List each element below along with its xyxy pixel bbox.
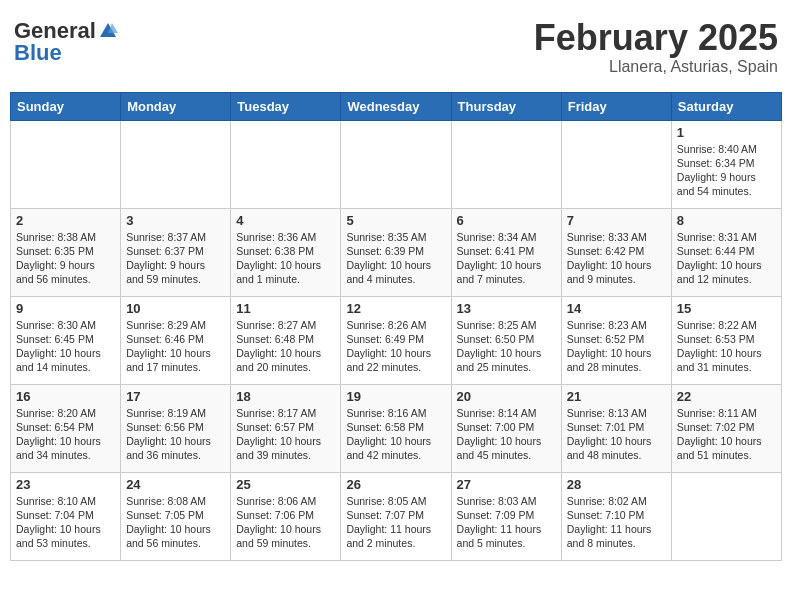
day-cell	[451, 120, 561, 208]
day-cell: 21Sunrise: 8:13 AM Sunset: 7:01 PM Dayli…	[561, 384, 671, 472]
day-cell	[671, 472, 781, 560]
day-cell	[11, 120, 121, 208]
day-cell: 2Sunrise: 8:38 AM Sunset: 6:35 PM Daylig…	[11, 208, 121, 296]
day-cell: 26Sunrise: 8:05 AM Sunset: 7:07 PM Dayli…	[341, 472, 451, 560]
day-number: 17	[126, 389, 225, 404]
day-info: Sunrise: 8:17 AM Sunset: 6:57 PM Dayligh…	[236, 406, 335, 463]
day-number: 3	[126, 213, 225, 228]
calendar-table: SundayMondayTuesdayWednesdayThursdayFrid…	[10, 92, 782, 561]
day-cell: 8Sunrise: 8:31 AM Sunset: 6:44 PM Daylig…	[671, 208, 781, 296]
day-cell: 4Sunrise: 8:36 AM Sunset: 6:38 PM Daylig…	[231, 208, 341, 296]
day-cell: 20Sunrise: 8:14 AM Sunset: 7:00 PM Dayli…	[451, 384, 561, 472]
day-number: 27	[457, 477, 556, 492]
location-title: Llanera, Asturias, Spain	[534, 58, 778, 76]
day-cell: 6Sunrise: 8:34 AM Sunset: 6:41 PM Daylig…	[451, 208, 561, 296]
day-number: 8	[677, 213, 776, 228]
day-cell: 3Sunrise: 8:37 AM Sunset: 6:37 PM Daylig…	[121, 208, 231, 296]
weekday-header-tuesday: Tuesday	[231, 92, 341, 120]
day-number: 28	[567, 477, 666, 492]
day-number: 22	[677, 389, 776, 404]
day-cell: 16Sunrise: 8:20 AM Sunset: 6:54 PM Dayli…	[11, 384, 121, 472]
day-cell: 24Sunrise: 8:08 AM Sunset: 7:05 PM Dayli…	[121, 472, 231, 560]
day-cell: 14Sunrise: 8:23 AM Sunset: 6:52 PM Dayli…	[561, 296, 671, 384]
day-cell: 28Sunrise: 8:02 AM Sunset: 7:10 PM Dayli…	[561, 472, 671, 560]
day-number: 5	[346, 213, 445, 228]
day-cell: 18Sunrise: 8:17 AM Sunset: 6:57 PM Dayli…	[231, 384, 341, 472]
day-number: 13	[457, 301, 556, 316]
day-number: 2	[16, 213, 115, 228]
day-cell: 19Sunrise: 8:16 AM Sunset: 6:58 PM Dayli…	[341, 384, 451, 472]
day-cell: 10Sunrise: 8:29 AM Sunset: 6:46 PM Dayli…	[121, 296, 231, 384]
week-row-1: 2Sunrise: 8:38 AM Sunset: 6:35 PM Daylig…	[11, 208, 782, 296]
page-header: General Blue February 2025 Llanera, Astu…	[10, 10, 782, 84]
day-cell	[121, 120, 231, 208]
month-title: February 2025	[534, 18, 778, 58]
day-info: Sunrise: 8:40 AM Sunset: 6:34 PM Dayligh…	[677, 142, 776, 199]
day-info: Sunrise: 8:10 AM Sunset: 7:04 PM Dayligh…	[16, 494, 115, 551]
weekday-header-saturday: Saturday	[671, 92, 781, 120]
day-number: 16	[16, 389, 115, 404]
day-cell: 9Sunrise: 8:30 AM Sunset: 6:45 PM Daylig…	[11, 296, 121, 384]
week-row-0: 1Sunrise: 8:40 AM Sunset: 6:34 PM Daylig…	[11, 120, 782, 208]
day-number: 14	[567, 301, 666, 316]
day-info: Sunrise: 8:29 AM Sunset: 6:46 PM Dayligh…	[126, 318, 225, 375]
day-number: 4	[236, 213, 335, 228]
day-number: 20	[457, 389, 556, 404]
logo-icon	[98, 21, 118, 41]
day-info: Sunrise: 8:35 AM Sunset: 6:39 PM Dayligh…	[346, 230, 445, 287]
day-info: Sunrise: 8:22 AM Sunset: 6:53 PM Dayligh…	[677, 318, 776, 375]
day-info: Sunrise: 8:38 AM Sunset: 6:35 PM Dayligh…	[16, 230, 115, 287]
day-info: Sunrise: 8:11 AM Sunset: 7:02 PM Dayligh…	[677, 406, 776, 463]
week-row-2: 9Sunrise: 8:30 AM Sunset: 6:45 PM Daylig…	[11, 296, 782, 384]
logo: General Blue	[14, 18, 118, 66]
day-cell: 11Sunrise: 8:27 AM Sunset: 6:48 PM Dayli…	[231, 296, 341, 384]
day-number: 26	[346, 477, 445, 492]
day-info: Sunrise: 8:13 AM Sunset: 7:01 PM Dayligh…	[567, 406, 666, 463]
weekday-header-row: SundayMondayTuesdayWednesdayThursdayFrid…	[11, 92, 782, 120]
day-info: Sunrise: 8:26 AM Sunset: 6:49 PM Dayligh…	[346, 318, 445, 375]
day-number: 18	[236, 389, 335, 404]
day-info: Sunrise: 8:16 AM Sunset: 6:58 PM Dayligh…	[346, 406, 445, 463]
weekday-header-friday: Friday	[561, 92, 671, 120]
day-number: 24	[126, 477, 225, 492]
day-info: Sunrise: 8:23 AM Sunset: 6:52 PM Dayligh…	[567, 318, 666, 375]
day-info: Sunrise: 8:14 AM Sunset: 7:00 PM Dayligh…	[457, 406, 556, 463]
day-number: 6	[457, 213, 556, 228]
day-cell: 27Sunrise: 8:03 AM Sunset: 7:09 PM Dayli…	[451, 472, 561, 560]
day-cell: 22Sunrise: 8:11 AM Sunset: 7:02 PM Dayli…	[671, 384, 781, 472]
week-row-3: 16Sunrise: 8:20 AM Sunset: 6:54 PM Dayli…	[11, 384, 782, 472]
day-info: Sunrise: 8:03 AM Sunset: 7:09 PM Dayligh…	[457, 494, 556, 551]
day-info: Sunrise: 8:36 AM Sunset: 6:38 PM Dayligh…	[236, 230, 335, 287]
day-number: 9	[16, 301, 115, 316]
day-cell: 25Sunrise: 8:06 AM Sunset: 7:06 PM Dayli…	[231, 472, 341, 560]
day-number: 21	[567, 389, 666, 404]
weekday-header-thursday: Thursday	[451, 92, 561, 120]
day-cell: 17Sunrise: 8:19 AM Sunset: 6:56 PM Dayli…	[121, 384, 231, 472]
day-info: Sunrise: 8:05 AM Sunset: 7:07 PM Dayligh…	[346, 494, 445, 551]
day-info: Sunrise: 8:31 AM Sunset: 6:44 PM Dayligh…	[677, 230, 776, 287]
weekday-header-sunday: Sunday	[11, 92, 121, 120]
day-number: 15	[677, 301, 776, 316]
day-info: Sunrise: 8:27 AM Sunset: 6:48 PM Dayligh…	[236, 318, 335, 375]
day-info: Sunrise: 8:30 AM Sunset: 6:45 PM Dayligh…	[16, 318, 115, 375]
day-info: Sunrise: 8:37 AM Sunset: 6:37 PM Dayligh…	[126, 230, 225, 287]
day-info: Sunrise: 8:25 AM Sunset: 6:50 PM Dayligh…	[457, 318, 556, 375]
day-info: Sunrise: 8:34 AM Sunset: 6:41 PM Dayligh…	[457, 230, 556, 287]
day-cell: 12Sunrise: 8:26 AM Sunset: 6:49 PM Dayli…	[341, 296, 451, 384]
day-cell	[231, 120, 341, 208]
day-info: Sunrise: 8:08 AM Sunset: 7:05 PM Dayligh…	[126, 494, 225, 551]
day-info: Sunrise: 8:19 AM Sunset: 6:56 PM Dayligh…	[126, 406, 225, 463]
day-cell: 5Sunrise: 8:35 AM Sunset: 6:39 PM Daylig…	[341, 208, 451, 296]
day-cell: 15Sunrise: 8:22 AM Sunset: 6:53 PM Dayli…	[671, 296, 781, 384]
day-cell: 23Sunrise: 8:10 AM Sunset: 7:04 PM Dayli…	[11, 472, 121, 560]
logo-blue-text: Blue	[14, 40, 62, 66]
day-cell: 13Sunrise: 8:25 AM Sunset: 6:50 PM Dayli…	[451, 296, 561, 384]
day-number: 25	[236, 477, 335, 492]
day-cell	[341, 120, 451, 208]
day-cell: 7Sunrise: 8:33 AM Sunset: 6:42 PM Daylig…	[561, 208, 671, 296]
title-area: February 2025 Llanera, Asturias, Spain	[534, 18, 778, 76]
day-cell	[561, 120, 671, 208]
day-info: Sunrise: 8:20 AM Sunset: 6:54 PM Dayligh…	[16, 406, 115, 463]
day-info: Sunrise: 8:06 AM Sunset: 7:06 PM Dayligh…	[236, 494, 335, 551]
day-info: Sunrise: 8:33 AM Sunset: 6:42 PM Dayligh…	[567, 230, 666, 287]
